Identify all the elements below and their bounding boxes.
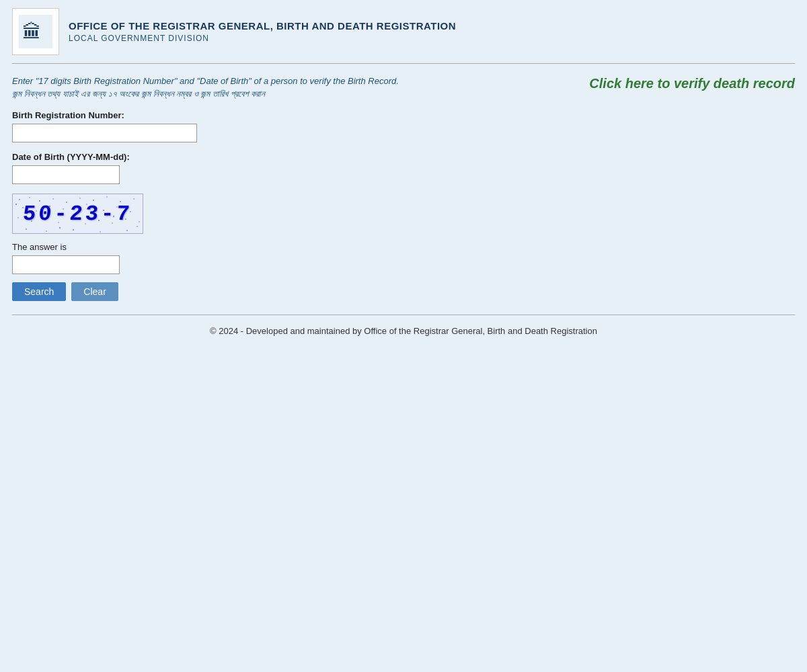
svg-point-31 [26,228,27,230]
main-content: Enter "17 digits Birth Registration Numb… [0,64,807,301]
svg-point-8 [93,200,94,201]
button-row: Search Clear [12,282,795,301]
svg-point-41 [137,226,138,227]
svg-point-9 [106,196,108,198]
header-text: OFFICE OF THE REGISTRAR GENERAL, BIRTH A… [69,20,456,43]
svg-point-2 [19,199,20,200]
svg-point-36 [15,204,17,205]
svg-text:🏛: 🏛 [22,22,41,42]
logo: 🏛 [12,8,59,55]
svg-point-30 [139,221,140,222]
birth-reg-label: Birth Registration Number: [12,110,795,120]
svg-point-32 [46,230,47,232]
form-section: Birth Registration Number: Date of Birth… [12,110,795,301]
header: 🏛 OFFICE OF THE REGISTRAR GENERAL, BIRTH… [0,0,807,63]
dob-label: Date of Birth (YYYY-MM-dd): [12,152,795,162]
search-button[interactable]: Search [12,282,66,301]
captcha-text: 50-23-7 [22,202,134,226]
captcha-image: 50-23-7 [12,194,143,234]
birth-reg-input[interactable] [12,124,197,142]
svg-point-3 [29,197,30,198]
svg-point-21 [17,217,19,218]
svg-point-35 [126,230,128,231]
clear-button[interactable]: Clear [71,282,118,301]
footer-text: © 2024 - Developed and maintained by Off… [210,326,597,336]
svg-point-33 [73,229,74,230]
svg-point-38 [59,227,61,228]
svg-point-11 [133,198,134,200]
verify-death-link[interactable]: Click here to verify death record [589,76,795,91]
svg-point-34 [100,231,101,233]
logo-icon: 🏛 [19,15,52,48]
captcha-answer-input[interactable] [12,255,120,274]
answer-label: The answer is [12,242,795,252]
footer: © 2024 - Developed and maintained by Off… [0,315,807,347]
header-subtitle: LOCAL GOVERNMENT DIVISION [69,34,456,43]
svg-point-7 [79,198,81,199]
header-title: OFFICE OF THE REGISTRAR GENERAL, BIRTH A… [69,20,456,32]
svg-point-5 [52,198,54,200]
dob-input[interactable] [12,165,120,184]
